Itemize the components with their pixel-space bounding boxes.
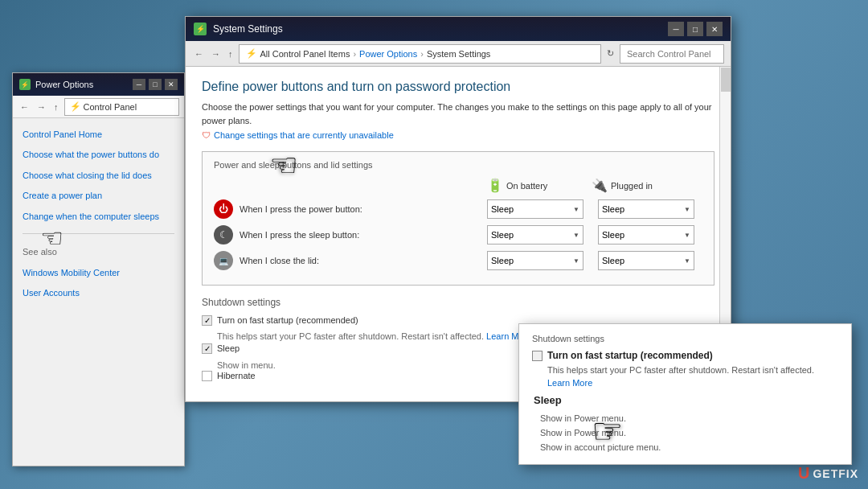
fast-startup-label: Turn on fast startup (recommended)	[217, 314, 358, 327]
plugged-in-header: 🔌 Plugged in	[592, 178, 696, 193]
lid-battery-dropdown[interactable]: Sleep ▼	[487, 251, 583, 270]
sidebar-item-create-plan[interactable]: Create a power plan	[13, 186, 184, 206]
power-button-row: ⏻ When I press the power button: Sleep ▼…	[214, 199, 702, 219]
lid-label: When I close the lid:	[240, 256, 481, 265]
sleep-button-label: When I press the sleep button:	[240, 230, 481, 240]
power-options-win-buttons: ─ □ ✕	[133, 79, 178, 90]
power-button-label: When I press the power button:	[240, 204, 481, 214]
popup-fast-startup-sublabel: This helps start your PC faster after sh…	[547, 364, 838, 389]
power-plugged-arrow: ▼	[684, 206, 690, 213]
sleep-plugged-value: Sleep	[602, 230, 624, 240]
sidebar-nav: Control Panel Home Choose what the power…	[13, 118, 184, 310]
popup-fast-startup-row: Turn on fast startup (recommended)	[532, 350, 838, 361]
address-text: Control Panel	[84, 102, 137, 112]
power-plugged-value: Sleep	[602, 204, 624, 214]
up-button[interactable]: ↑	[51, 101, 61, 113]
sleep-battery-dropdown[interactable]: Sleep ▼	[487, 225, 583, 244]
power-options-title-icon: ⚡	[19, 79, 31, 90]
change-settings-link[interactable]: 🛡 Change settings that are currently una…	[202, 130, 714, 140]
main-forward-button[interactable]: →	[209, 47, 223, 60]
popup-title: Shutdown settings	[532, 334, 838, 343]
watermark: U GETFIX	[798, 464, 858, 483]
sidebar-content: Control Panel Home Choose what the power…	[13, 118, 184, 466]
power-plugged-dropdown[interactable]: Sleep ▼	[598, 199, 694, 219]
sleep-button-row: ☾ When I press the sleep button: Sleep ▼…	[214, 225, 702, 244]
search-input[interactable]	[620, 44, 724, 64]
main-minimize-button[interactable]: ─	[668, 22, 684, 36]
power-options-address-bar: ← → ↑ ⚡ Control Panel	[13, 96, 184, 118]
shield-icon: 🛡	[202, 130, 211, 140]
main-close-button[interactable]: ✕	[706, 22, 723, 36]
main-maximize-button[interactable]: □	[687, 22, 703, 36]
sidebar-item-mobility[interactable]: Windows Mobility Center	[13, 263, 184, 283]
sidebar-item-change-sleep[interactable]: Change when the computer sleeps	[13, 207, 184, 227]
plugged-in-label: Plugged in	[611, 181, 653, 191]
main-back-button[interactable]: ←	[192, 47, 206, 60]
power-button-icon: ⏻	[214, 199, 233, 219]
column-headers: 🔋 On battery 🔌 Plugged in	[214, 178, 702, 193]
on-battery-header: 🔋 On battery	[487, 178, 592, 193]
sleep-plugged-dropdown[interactable]: Sleep ▼	[598, 225, 694, 244]
close-button[interactable]: ✕	[165, 79, 178, 90]
sidebar-item-user-accounts[interactable]: User Accounts	[13, 283, 184, 303]
scroll-thumb[interactable]	[721, 68, 731, 92]
power-options-window: ⚡ Power Options ─ □ ✕ ← → ↑ ⚡ Control Pa…	[12, 72, 185, 466]
power-battery-dropdown[interactable]: Sleep ▼	[487, 199, 583, 219]
lid-icon: 💻	[214, 251, 233, 270]
main-title-icon: ⚡	[194, 23, 207, 35]
power-battery-value: Sleep	[491, 204, 514, 214]
power-options-titlebar: ⚡ Power Options ─ □ ✕	[13, 73, 184, 96]
popup-menu-item-1[interactable]: Show in Power menu.	[532, 411, 838, 425]
main-titlebar: ⚡ System Settings ─ □ ✕	[186, 17, 731, 41]
power-options-title: Power Options	[35, 80, 128, 89]
desktop: ⚡ Power Options ─ □ ✕ ← → ↑ ⚡ Control Pa…	[0, 0, 868, 489]
on-battery-label: On battery	[506, 181, 547, 191]
sleep-checkbox-label: Sleep	[217, 343, 240, 355]
breadcrumb-sep-1: ›	[353, 49, 356, 59]
lid-plugged-arrow: ▼	[684, 257, 690, 265]
change-settings-text: Change settings that are currently unava…	[214, 130, 394, 140]
lid-plugged-value: Sleep	[602, 256, 624, 265]
sleep-battery-value: Sleep	[491, 230, 514, 240]
fast-startup-checkbox[interactable]: ✓	[202, 315, 212, 326]
minimize-button[interactable]: ─	[133, 79, 145, 90]
page-subtitle: Choose the power settings that you want …	[202, 101, 714, 127]
lid-row: 💻 When I close the lid: Sleep ▼ Sleep ▼	[214, 251, 702, 270]
watermark-u: U	[798, 464, 809, 483]
shutdown-popup: Shutdown settings Turn on fast startup (…	[518, 323, 852, 465]
popup-fast-startup-checkbox[interactable]	[532, 351, 542, 361]
see-also-label: See also	[13, 240, 184, 263]
forward-button[interactable]: →	[35, 101, 48, 113]
sidebar-item-power-buttons[interactable]: Choose what the power buttons do	[13, 145, 184, 165]
popup-menu-item-2[interactable]: Show in Power menu.	[532, 425, 838, 440]
popup-menu-item-3[interactable]: Show in account picture menu.	[532, 440, 838, 454]
main-up-button[interactable]: ↑	[226, 47, 235, 60]
breadcrumb-2[interactable]: Power Options	[359, 49, 417, 59]
sleep-plugged-arrow: ▼	[684, 232, 690, 239]
hibernate-checkbox[interactable]	[202, 371, 212, 381]
refresh-button[interactable]: ↻	[604, 47, 616, 60]
popup-learn-more[interactable]: Learn More	[547, 378, 592, 388]
sidebar-item-lid[interactable]: Choose what closing the lid does	[13, 166, 184, 186]
breadcrumb-sep-2: ›	[420, 49, 424, 59]
shutdown-title: Shutdown settings	[202, 297, 714, 308]
main-address-content: ⚡ All Control Panel Items › Power Option…	[239, 44, 602, 64]
hibernate-label: Hibernate	[217, 370, 256, 382]
power-battery-arrow: ▼	[573, 206, 579, 213]
address-icon: ⚡	[70, 101, 81, 112]
sidebar-divider	[23, 233, 174, 234]
battery-icon: 🔋	[487, 178, 503, 193]
maximize-button[interactable]: □	[149, 79, 162, 90]
lid-battery-arrow: ▼	[573, 257, 579, 265]
sidebar-item-control-panel-home[interactable]: Control Panel Home	[13, 125, 184, 145]
address-content: ⚡ Control Panel	[64, 98, 180, 116]
sleep-checkbox[interactable]: ✓	[202, 343, 212, 354]
section-title: Power and sleep buttons and lid settings	[214, 160, 702, 170]
back-button[interactable]: ←	[18, 101, 31, 113]
popup-fast-startup-label: Turn on fast startup (recommended)	[547, 350, 713, 361]
power-sleep-section: Power and sleep buttons and lid settings…	[202, 151, 714, 286]
breadcrumb-3: System Settings	[427, 49, 490, 59]
watermark-text: GETFIX	[813, 467, 858, 480]
breadcrumb-1: All Control Panel Items	[260, 49, 350, 59]
lid-plugged-dropdown[interactable]: Sleep ▼	[598, 251, 694, 270]
